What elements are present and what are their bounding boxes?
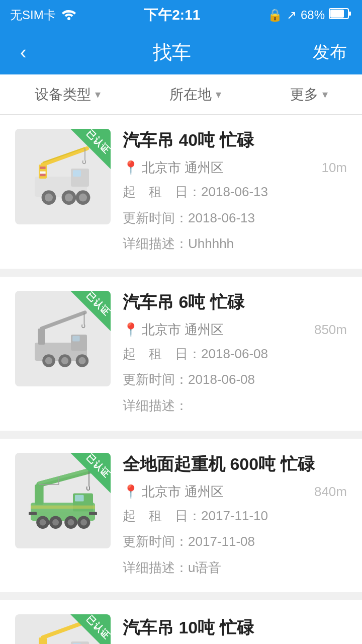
- card-start-date: 起 租 日：2018-06-08: [123, 344, 347, 365]
- nav-bar: ‹ 找车 发布: [0, 30, 362, 74]
- location-pin-icon: 📍: [123, 160, 139, 176]
- card-location: 📍 北京市 通州区: [123, 321, 224, 339]
- status-bar: 无SIM卡 下午2:11 🔒 ↗ 68%: [0, 0, 362, 30]
- svg-point-41: [40, 519, 46, 525]
- certified-badge: 已认证: [70, 614, 111, 644]
- filter-more-label: 更多: [290, 85, 318, 104]
- status-right: 🔒 ↗ 68%: [267, 7, 352, 23]
- svg-rect-49: [89, 512, 97, 515]
- card-location-row: 📍 北京市 通州区 840m: [123, 483, 347, 501]
- card-info: 汽车吊 40吨 忙碌 📍 北京市 通州区 10m 起 租 日：2018-06-1…: [123, 129, 347, 255]
- svg-rect-48: [29, 512, 37, 515]
- svg-point-11: [45, 194, 53, 202]
- listing-card[interactable]: 已认证 汽车吊 40吨 忙碌 📍 北京市 通州区 10m 起 租 日：2018-…: [0, 115, 362, 269]
- card-distance: 850m: [314, 322, 347, 338]
- svg-point-45: [68, 519, 74, 525]
- card-distance: 10m: [321, 160, 347, 176]
- svg-point-26: [45, 357, 52, 364]
- page-title: 找车: [153, 40, 191, 65]
- card-description: 详细描述：Uhhhhh: [123, 233, 347, 255]
- svg-point-30: [78, 357, 85, 364]
- card-update-time: 更新时间：2018-06-13: [123, 208, 347, 229]
- card-start-date: 起 租 日：2018-06-13: [123, 182, 347, 203]
- chevron-down-icon: ▾: [216, 88, 221, 101]
- certified-badge: 已认证: [70, 291, 111, 331]
- card-info: 全地面起重机 600吨 忙碌 📍 北京市 通州区 840m 起 租 日：2017…: [123, 453, 347, 579]
- location-icon: ↗: [287, 8, 297, 22]
- publish-button[interactable]: 发布: [313, 41, 347, 64]
- card-title: 全地面起重机 600吨 忙碌: [123, 453, 347, 476]
- svg-point-13: [65, 194, 73, 202]
- sim-status: 无SIM卡: [10, 7, 56, 23]
- lock-icon: 🔒: [267, 8, 283, 22]
- card-update-time: 更新时间：2017-11-08: [123, 531, 347, 552]
- listing-card[interactable]: 已认证 全地面起重机 600吨 忙碌 📍 北京市 通州区 840m 起 租 日：…: [0, 439, 362, 593]
- card-info: 汽车吊 6吨 忙碌 📍 北京市 通州区 850m 起 租 日：2018-06-0…: [123, 291, 347, 417]
- chevron-down-icon: ▾: [322, 88, 328, 101]
- listing-card[interactable]: 已认证 汽车吊 6吨 忙碌 📍 北京市 通州区 850m 起 租 日：2018-…: [0, 277, 362, 431]
- certified-badge: 已认证: [70, 453, 111, 493]
- svg-rect-2: [330, 10, 344, 18]
- svg-rect-34: [35, 485, 44, 505]
- location-pin-icon: 📍: [123, 322, 139, 338]
- svg-rect-17: [40, 172, 45, 174]
- status-left: 无SIM卡: [10, 7, 77, 23]
- location-text: 北京市 通州区: [142, 159, 224, 177]
- card-description: 详细描述：: [123, 395, 347, 417]
- card-location: 📍 北京市 通州区: [123, 159, 224, 177]
- svg-rect-33: [75, 495, 84, 501]
- svg-rect-22: [38, 329, 45, 345]
- svg-point-28: [61, 357, 68, 364]
- listing-image: 已认证: [15, 453, 111, 548]
- card-location-row: 📍 北京市 通州区 850m: [123, 321, 347, 339]
- card-update-time: 更新时间：2018-06-08: [123, 369, 347, 390]
- back-button[interactable]: ‹: [15, 37, 32, 68]
- card-info: 汽车吊 10吨 忙碌 📍 北京市 通州区: [123, 614, 347, 644]
- filter-bar: 设备类型 ▾ 所在地 ▾ 更多 ▾: [0, 74, 362, 115]
- svg-rect-5: [73, 170, 81, 177]
- location-text: 北京市 通州区: [142, 483, 224, 501]
- filter-location[interactable]: 所在地 ▾: [169, 85, 221, 104]
- battery-text: 68%: [301, 8, 325, 22]
- location-text: 北京市 通州区: [142, 321, 224, 339]
- certified-badge: 已认证: [70, 129, 111, 169]
- card-description: 详细描述：u语音: [123, 557, 347, 579]
- svg-point-43: [52, 519, 59, 525]
- listing-image: 已认证: [15, 614, 111, 644]
- status-time: 下午2:11: [144, 6, 200, 25]
- card-start-date: 起 租 日：2017-11-10: [123, 506, 347, 527]
- card-title: 汽车吊 40吨 忙碌: [123, 129, 347, 152]
- svg-point-47: [80, 519, 87, 525]
- card-location: 📍 北京市 通州区: [123, 483, 224, 501]
- wifi-icon: [61, 7, 77, 23]
- listing-list: 已认证 汽车吊 40吨 忙碌 📍 北京市 通州区 10m 起 租 日：2018-…: [0, 115, 362, 644]
- card-title: 汽车吊 10吨 忙碌: [123, 616, 347, 639]
- filter-equipment-type[interactable]: 设备类型 ▾: [35, 85, 101, 104]
- chevron-down-icon: ▾: [95, 88, 101, 101]
- listing-image: 已认证: [15, 291, 111, 386]
- svg-point-15: [79, 194, 87, 202]
- svg-rect-21: [72, 336, 79, 341]
- filter-more[interactable]: 更多 ▾: [290, 85, 328, 104]
- certified-text: 已认证: [84, 129, 111, 156]
- svg-rect-18: [40, 174, 45, 176]
- filter-equipment-type-label: 设备类型: [35, 85, 91, 104]
- card-location-row: 📍 北京市 通州区 10m: [123, 159, 347, 177]
- listing-image: 已认证: [15, 129, 111, 224]
- svg-rect-50: [31, 505, 95, 508]
- filter-location-label: 所在地: [169, 85, 212, 104]
- card-title: 汽车吊 6吨 忙碌: [123, 291, 347, 314]
- card-distance: 840m: [314, 484, 347, 500]
- certified-text: 已认证: [84, 614, 111, 642]
- certified-text: 已认证: [84, 453, 111, 480]
- svg-rect-16: [40, 167, 45, 169]
- listing-card[interactable]: 已认证 汽车吊 10吨 忙碌 📍 北京市 通州区: [0, 600, 362, 644]
- certified-text: 已认证: [84, 291, 111, 318]
- battery-icon: [329, 7, 352, 23]
- location-pin-icon: 📍: [123, 484, 139, 500]
- svg-rect-1: [348, 12, 351, 16]
